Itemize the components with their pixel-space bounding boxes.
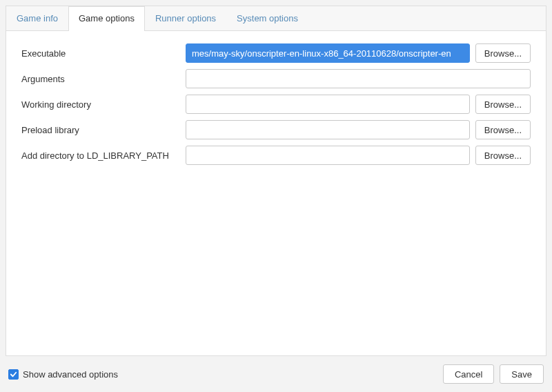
browse-preload-library-button[interactable]: Browse... xyxy=(475,120,531,139)
tab-game-info[interactable]: Game info xyxy=(6,6,68,30)
input-arguments[interactable] xyxy=(186,69,531,88)
row-ld-library-path: Add directory to LD_LIBRARY_PATH Browse.… xyxy=(21,146,531,165)
browse-ld-library-path-button[interactable]: Browse... xyxy=(475,146,531,165)
content-panel: Game info Game options Runner options Sy… xyxy=(6,6,546,356)
row-executable: Executable Browse... xyxy=(21,43,531,63)
tab-system-options[interactable]: System options xyxy=(226,6,308,30)
browse-executable-button[interactable]: Browse... xyxy=(475,43,531,63)
check-icon xyxy=(10,371,17,378)
browse-working-directory-button[interactable]: Browse... xyxy=(475,95,531,114)
save-button[interactable]: Save xyxy=(500,364,544,384)
tabs-bar: Game info Game options Runner options Sy… xyxy=(6,6,546,31)
label-executable: Executable xyxy=(21,48,180,59)
tab-game-options[interactable]: Game options xyxy=(68,6,145,31)
input-ld-library-path[interactable] xyxy=(186,146,470,165)
label-ld-library-path: Add directory to LD_LIBRARY_PATH xyxy=(21,150,180,161)
input-working-directory[interactable] xyxy=(186,95,470,114)
window: Game info Game options Runner options Sy… xyxy=(0,0,552,392)
tab-runner-options[interactable]: Runner options xyxy=(145,6,226,30)
cancel-button[interactable]: Cancel xyxy=(443,364,494,384)
footer-left: Show advanced options xyxy=(8,369,437,380)
show-advanced-checkbox[interactable] xyxy=(8,369,19,380)
show-advanced-label[interactable]: Show advanced options xyxy=(23,369,118,380)
row-working-directory: Working directory Browse... xyxy=(21,95,531,114)
row-arguments: Arguments xyxy=(21,69,531,88)
input-executable[interactable] xyxy=(186,43,470,63)
footer: Show advanced options Cancel Save xyxy=(6,356,546,386)
label-preload-library: Preload library xyxy=(21,125,180,135)
input-preload-library[interactable] xyxy=(186,120,470,139)
form-area: Executable Browse... Arguments Working d… xyxy=(6,31,546,355)
row-preload-library: Preload library Browse... xyxy=(21,120,531,139)
label-working-directory: Working directory xyxy=(21,99,180,110)
label-arguments: Arguments xyxy=(21,74,180,84)
